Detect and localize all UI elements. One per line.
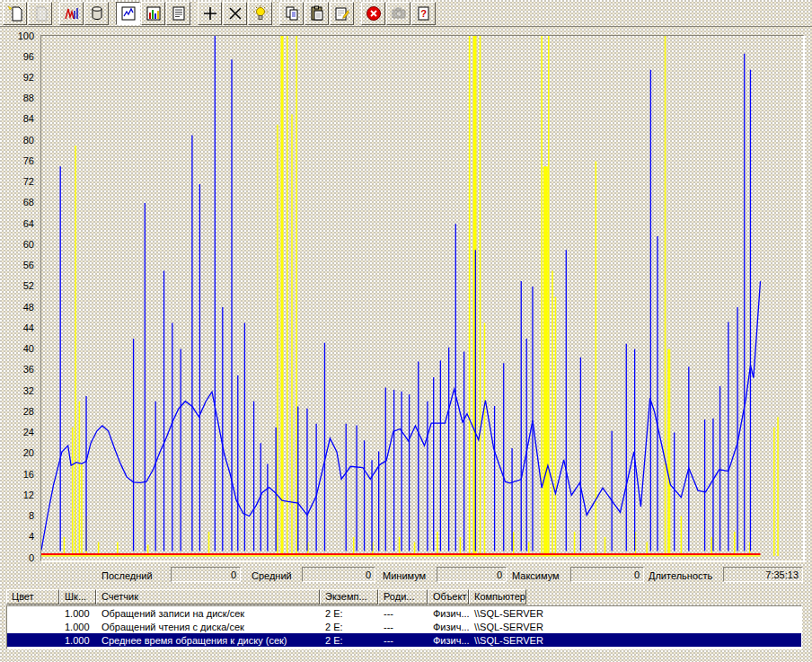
toolbar: ? <box>0 0 812 27</box>
counter-object: Физич... <box>428 608 470 619</box>
view-current-activity-button[interactable] <box>59 2 84 25</box>
counter-scale: 1.000 <box>60 635 97 646</box>
report-view-button[interactable] <box>166 2 190 25</box>
y-axis-tick-label: 4 <box>0 531 34 543</box>
copy-icon <box>284 5 300 22</box>
counter-parent: --- <box>379 622 428 632</box>
y-axis-tick-label: 84 <box>0 113 34 125</box>
y-axis-tick-label: 24 <box>0 427 34 438</box>
legend-counter-row[interactable]: 1.000Обращений записи на диск/сек2 E:---… <box>7 606 801 620</box>
new-counter-set-button[interactable] <box>3 2 27 25</box>
chart-plot-area <box>40 35 805 562</box>
legend-column-header[interactable]: Цвет <box>6 589 59 605</box>
legend-list: 1.000Обращений записи на диск/сек2 E:---… <box>6 605 802 649</box>
chart-view-icon <box>120 5 137 22</box>
stat-value-box: 0 <box>302 567 375 582</box>
y-axis-tick-label: 80 <box>0 135 34 146</box>
properties-button[interactable] <box>330 2 354 25</box>
stat-label: Максимум <box>512 569 568 582</box>
counter-scale: 1.000 <box>60 608 97 619</box>
y-axis-tick-label: 76 <box>0 155 34 167</box>
freeze-display-button[interactable] <box>361 2 385 25</box>
series-blue-line <box>41 281 761 550</box>
delete-counter-button[interactable] <box>223 2 247 25</box>
stat-label: Средний <box>252 569 298 582</box>
counter-name: Обращений чтения с диска/сек <box>97 622 321 632</box>
y-axis-tick-label: 48 <box>0 302 34 313</box>
blank-page-icon <box>32 5 49 22</box>
new-page-icon <box>7 5 23 22</box>
histogram-view-button[interactable] <box>141 2 165 25</box>
help-button[interactable]: ? <box>411 2 436 25</box>
chart-series-canvas <box>41 36 803 560</box>
legend-column-header[interactable]: Шк... <box>59 589 96 605</box>
y-axis-tick-label: 88 <box>0 93 34 104</box>
y-axis-tick-label: 64 <box>0 218 34 230</box>
activity-spikes-icon <box>64 5 80 22</box>
legend-column-header[interactable]: Счетчик <box>96 589 320 605</box>
stat-value-box: 0 <box>171 567 241 582</box>
counter-computer: \\SQL-SERVER <box>470 622 605 632</box>
help-icon: ? <box>416 5 432 22</box>
stat-value-box: 0 <box>570 567 644 582</box>
counter-scale: 1.000 <box>60 622 97 632</box>
plus-icon <box>202 5 218 22</box>
y-axis-tick-label: 12 <box>0 490 34 501</box>
camera-icon <box>391 5 407 22</box>
freeze-icon <box>366 5 382 22</box>
highlight-button[interactable] <box>248 2 272 25</box>
properties-icon <box>334 5 350 22</box>
view-log-data-button[interactable] <box>84 2 109 25</box>
y-axis-tick-label: 40 <box>0 343 34 355</box>
stat-value-box: 0 <box>437 567 507 582</box>
legend-counter-row[interactable]: 1.000Обращений чтения с диска/сек2 E:---… <box>7 620 801 633</box>
counter-computer: \\SQL-SERVER <box>470 608 605 619</box>
counter-parent: --- <box>379 608 428 619</box>
update-data-button[interactable] <box>386 2 410 25</box>
y-axis-tick-label: 68 <box>0 197 34 208</box>
counter-parent: --- <box>379 635 428 646</box>
counter-name: Обращений записи на диск/сек <box>97 608 321 619</box>
y-axis-tick-label: 52 <box>0 280 34 292</box>
stat-label: Длительность <box>649 569 720 582</box>
perfmon-window: ? 10096928884807672686460565248444036322… <box>0 0 812 662</box>
y-axis-tick-label: 20 <box>0 447 34 459</box>
y-axis-tick-label: 44 <box>0 322 34 334</box>
y-axis-tick-label: 16 <box>0 469 34 481</box>
y-axis-tick-label: 72 <box>0 176 34 188</box>
y-axis-tick-label: 0 <box>0 552 34 564</box>
y-axis-tick-label: 60 <box>0 239 34 251</box>
legend-column-header[interactable]: Компьютер <box>469 589 526 605</box>
stat-value-box: 7:35:13 <box>723 567 803 582</box>
stat-label: Минимум <box>383 569 433 582</box>
chart-view-button[interactable] <box>116 2 140 25</box>
legend-column-header[interactable]: Экземп... <box>320 589 378 605</box>
lightbulb-icon <box>252 5 269 22</box>
legend-counter-row[interactable]: 1.000Среднее время обращения к диску (се… <box>7 633 801 647</box>
svg-text:?: ? <box>420 8 427 19</box>
legend-column-header[interactable]: Объект <box>428 589 469 605</box>
counter-object: Физич... <box>428 635 470 646</box>
add-counter-button[interactable] <box>198 2 222 25</box>
counter-name: Среднее время обращения к диску (сек) <box>97 635 321 646</box>
counter-object: Физич... <box>428 622 470 632</box>
report-view-icon <box>171 5 187 22</box>
counter-instance: 2 E: <box>321 635 379 646</box>
counter-instance: 2 E: <box>321 608 379 619</box>
stat-label: Последний <box>102 569 166 582</box>
legend-column-header[interactable]: Роди... <box>378 589 428 605</box>
legend-header: ЦветШк...СчетчикЭкземп...Роди...ОбъектКо… <box>6 589 526 605</box>
y-axis-tick-label: 56 <box>0 260 34 271</box>
y-axis-tick-label: 100 <box>0 31 34 42</box>
log-cylinder-icon <box>89 5 105 22</box>
y-axis-tick-label: 8 <box>0 510 34 522</box>
copy-properties-button[interactable] <box>279 2 304 25</box>
clear-display-button[interactable] <box>28 2 52 25</box>
counter-computer: \\SQL-SERVER <box>470 635 605 646</box>
paste-icon <box>309 5 325 22</box>
y-axis-tick-label: 96 <box>0 51 34 63</box>
x-icon <box>227 5 243 22</box>
histogram-view-icon <box>146 5 162 22</box>
paste-counter-list-button[interactable] <box>304 2 329 25</box>
y-axis-tick-label: 28 <box>0 406 34 418</box>
